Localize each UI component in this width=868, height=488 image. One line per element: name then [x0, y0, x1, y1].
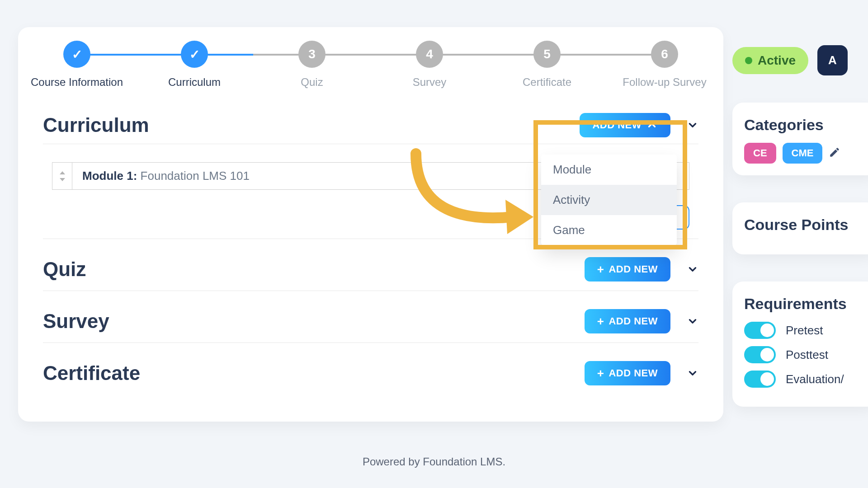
svg-marker-0	[60, 171, 65, 174]
section-certificate: Certificate + ADD NEW	[43, 343, 698, 394]
add-new-survey-button[interactable]: + ADD NEW	[585, 309, 670, 333]
add-new-label: ADD NEW	[592, 119, 642, 131]
add-new-quiz-button[interactable]: + ADD NEW	[585, 257, 670, 282]
drag-handle-icon[interactable]	[52, 163, 72, 189]
categories-title: Categories	[744, 116, 865, 134]
check-icon: ✓	[181, 41, 208, 68]
section-survey: Survey + ADD NEW	[43, 291, 698, 343]
toggle-pretest[interactable]	[744, 322, 776, 339]
footer-text: Powered by Foundation LMS.	[0, 455, 868, 468]
step-number: 5	[533, 41, 561, 68]
section-title: Curriculum	[43, 114, 149, 136]
add-new-label: ADD NEW	[609, 367, 658, 379]
collapse-toggle[interactable]	[687, 119, 698, 131]
progress-stepper: ✓ Course Information ✓ Curriculum 3 Quiz…	[18, 27, 723, 95]
right-panel: Active A Categories CE CME Course Points…	[732, 45, 868, 407]
edit-categories-button[interactable]	[829, 146, 840, 160]
collapse-toggle[interactable]	[687, 367, 698, 379]
check-icon: ✓	[63, 41, 90, 68]
toggle-evaluation[interactable]	[744, 371, 776, 388]
status-dot-icon	[745, 57, 752, 64]
step-followup-survey[interactable]: 6 Follow-up Survey	[606, 27, 723, 89]
module-prefix: Module 1:	[82, 169, 137, 183]
step-number: 6	[651, 41, 678, 68]
step-number: 4	[416, 41, 443, 68]
requirements-title: Requirements	[744, 295, 865, 313]
section-title: Quiz	[43, 258, 86, 281]
chevron-up-icon	[646, 119, 658, 131]
step-label: Survey	[371, 76, 488, 89]
section-title: Survey	[43, 310, 109, 333]
dropdown-item-module[interactable]: Module	[541, 155, 677, 185]
requirement-label: Pretest	[786, 324, 823, 338]
section-title: Certificate	[43, 362, 140, 385]
category-tag-cme[interactable]: CME	[783, 143, 823, 164]
add-new-curriculum-button[interactable]: ADD NEW	[580, 113, 670, 137]
collapse-toggle[interactable]	[687, 315, 698, 327]
step-certificate[interactable]: 5 Certificate	[488, 27, 606, 89]
step-survey[interactable]: 4 Survey	[371, 27, 488, 89]
course-points-title: Course Points	[744, 216, 865, 234]
step-curriculum[interactable]: ✓ Curriculum	[136, 27, 253, 89]
step-label: Quiz	[253, 76, 371, 89]
course-points-card: Course Points	[732, 202, 868, 254]
step-label: Curriculum	[136, 76, 253, 89]
requirement-label: Evaluation/	[786, 372, 844, 386]
add-new-label: ADD NEW	[609, 315, 658, 327]
toggle-posttest[interactable]	[744, 346, 776, 363]
step-label: Course Information	[18, 76, 136, 89]
category-tag-ce[interactable]: CE	[744, 143, 776, 164]
dropdown-item-game[interactable]: Game	[541, 215, 677, 245]
add-new-label: ADD NEW	[609, 263, 658, 275]
action-button[interactable]: A	[817, 45, 848, 75]
step-course-information[interactable]: ✓ Course Information	[18, 27, 136, 89]
dropdown-item-activity[interactable]: Activity	[541, 185, 677, 215]
step-label: Certificate	[488, 76, 606, 89]
svg-marker-1	[60, 178, 65, 181]
step-quiz[interactable]: 3 Quiz	[253, 27, 371, 89]
status-badge[interactable]: Active	[732, 47, 808, 74]
step-number: 3	[298, 41, 326, 68]
step-label: Follow-up Survey	[606, 76, 723, 89]
requirements-card: Requirements Pretest Posttest Evaluation…	[732, 282, 868, 407]
section-quiz: Quiz + ADD NEW	[43, 239, 698, 291]
add-new-certificate-button[interactable]: + ADD NEW	[585, 361, 670, 385]
add-new-dropdown: Module Activity Game	[541, 155, 677, 245]
status-label: Active	[758, 53, 796, 68]
module-name: Foundation LMS 101	[141, 169, 250, 183]
categories-card: Categories CE CME	[732, 103, 868, 175]
requirement-label: Posttest	[786, 348, 828, 362]
collapse-toggle[interactable]	[687, 263, 698, 275]
